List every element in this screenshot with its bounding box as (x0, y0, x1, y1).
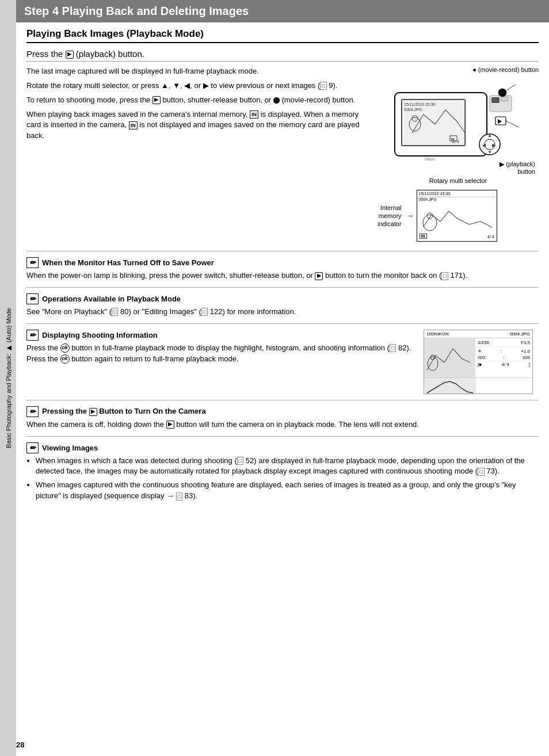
info-iso-colon: : (504, 355, 505, 360)
camera-svg: 15/11/2010 15:30 0004.JPG 4/ 4 IN (378, 75, 527, 170)
info-histogram-area (424, 377, 532, 394)
svg-text:15/11/2010 15:30: 15/11/2010 15:30 (404, 102, 436, 106)
ref-83: □ (176, 492, 182, 501)
svg-text:IN: IN (451, 138, 455, 141)
playback-icon-3: ▶ (315, 272, 323, 280)
im-arrow: → (406, 211, 414, 220)
ref-171: □ (441, 272, 448, 280)
press-right: ● (movie-record) button (378, 66, 539, 184)
shooting-info-left: ✏ Displaying Shooting Information Press … (26, 330, 417, 394)
internal-memory-para: When playing back images saved in the ca… (26, 109, 369, 142)
info-folder: 100NIKON (426, 331, 449, 337)
svg-line-18 (506, 121, 518, 127)
step-title: Step 4 Playing Back and Deleting Images (24, 5, 541, 18)
info-filename: 0004.JPG (509, 331, 530, 337)
svg-text:▶: ▶ (492, 143, 496, 148)
im-in-indicator: IN (420, 234, 427, 239)
ok-icon-1: ok (60, 343, 70, 353)
sidebar-label: Basic Photography and Playback: ▶ (Auto)… (5, 308, 12, 448)
svg-point-27 (427, 213, 433, 219)
note-shooting-text: Press the ok button in full-frame playba… (26, 343, 417, 365)
rotary-label: Rotary multi selector (378, 177, 539, 184)
ok-icon-2: ok (60, 354, 70, 364)
info-top-bar: 100NIKON 0004.JPG (424, 330, 532, 338)
info-iso-value: 100 (523, 355, 530, 360)
press-section: The last image captured will be displaye… (26, 66, 539, 184)
divider-4 (26, 400, 539, 400)
para-2: Rotate the rotary multi selector, or pre… (26, 81, 369, 91)
info-image-preview (424, 338, 475, 377)
note-icon-viewing: ✏ (26, 442, 39, 453)
im-screen-top: 15/11/2010 15:30 (417, 190, 497, 197)
note-monitor-text: When the power-on lamp is blinking, pres… (26, 270, 539, 281)
note-viewing-title: ✏ Viewing Images (26, 442, 539, 453)
main-content: Step 4 Playing Back and Deleting Images … (16, 0, 549, 519)
svg-point-28 (428, 357, 438, 371)
im-spacer (26, 190, 378, 242)
note-monitor-title: ✏ When the Monitor Has Turned Off to Sav… (26, 257, 539, 268)
para-3: To return to shooting mode, press the ▶ … (26, 95, 369, 106)
playback-icon-2: ▶ (152, 96, 161, 104)
note-icon-pressing: ✏ (26, 406, 39, 417)
ref-122: □ (201, 308, 208, 316)
note-shooting-title-text: Displaying Shooting Information (42, 331, 158, 339)
playback-icon-4: ▶ (89, 408, 97, 416)
divider-1 (26, 251, 539, 251)
playback-icon-inline: ▶ (66, 51, 74, 59)
note-monitor-off: ✏ When the Monitor Has Turned Off to Sav… (26, 257, 539, 281)
im-filename: 0004.JPG (417, 197, 497, 201)
note-monitor-title-text: When the Monitor Has Turned Off to Save … (42, 258, 214, 267)
step-header: Step 4 Playing Back and Deleting Images (16, 0, 549, 22)
ref-73: □ (478, 468, 484, 476)
note-operations-text: See "More on Playback" (□ 80) or "Editin… (26, 307, 539, 318)
movie-label: (movie-record) button (478, 66, 539, 73)
section-header: Playing Back Images (Playback Mode) (26, 28, 539, 43)
divider-5 (26, 436, 539, 437)
info-iso-row: ISO : 100 (478, 354, 530, 361)
im-label-text: Internalmemoryindicator (378, 204, 402, 228)
note-pressing-title-text: Pressing the ▶ Button to Turn On the Cam… (42, 407, 206, 416)
svg-text:◀: ◀ (482, 143, 486, 148)
svg-rect-13 (501, 97, 508, 101)
note-shooting-info: ✏ Displaying Shooting Information Press … (26, 330, 539, 394)
note-icon-monitor: ✏ (26, 257, 39, 268)
camera-diagram: 15/11/2010 15:30 0004.JPG 4/ 4 IN (378, 75, 527, 172)
im-landscape-svg (417, 204, 498, 233)
info-iso-label: ISO (478, 355, 486, 360)
ref-52: □ (237, 457, 243, 465)
info-ev-colon: : (501, 349, 502, 354)
viewing-bullet-list: When images in which a face was detected… (26, 456, 539, 502)
info-frame-num: 4/ 4 (501, 362, 509, 367)
im-frame-counter: 4/ 4 (487, 235, 494, 239)
movie-dot: ● (472, 66, 476, 73)
note-viewing-images: ✏ Viewing Images When images in which a … (26, 442, 539, 502)
info-frame-icon: [■ (478, 362, 482, 367)
svg-rect-12 (491, 97, 500, 103)
info-main-row: 1/250 F3.5 ☀ : +1.0 ISO : 10 (424, 338, 532, 377)
shooting-info-right: 100NIKON 0004.JPG (424, 330, 539, 394)
viewing-bullet-2: When images captured with the continuous… (36, 480, 539, 502)
press-left: The last image captured will be displaye… (26, 66, 369, 184)
sidebar: Basic Photography and Playback: ▶ (Auto)… (0, 0, 16, 756)
info-ev-value: +1.0 (521, 349, 530, 354)
svg-line-15 (506, 85, 516, 90)
section-title: Playing Back Images (Playback Mode) (26, 28, 539, 40)
info-aperture: F3.5 (521, 340, 530, 345)
note-operations-title-text: Operations Available in Playback Mode (42, 295, 181, 303)
svg-text:Nikon: Nikon (425, 157, 435, 161)
note-operations-title: ✏ Operations Available in Playback Mode (26, 293, 539, 304)
rotary-label-text: Rotary multi selector (429, 177, 487, 184)
info-display-diagram: 100NIKON 0004.JPG (424, 330, 533, 394)
movie-record-label-area: ● (movie-record) button (378, 66, 539, 73)
m-icon-1: IN (250, 110, 258, 119)
ref-82: □ (390, 344, 396, 352)
info-exposure: 1/250 F3.5 (478, 340, 530, 347)
ref-80: □ (112, 308, 118, 316)
note-viewing-title-text: Viewing Images (42, 444, 98, 452)
info-frame-row: [■ 4/ 4 ] (478, 361, 530, 368)
subsection-label: Press the ▶ (playback) button. (26, 49, 144, 59)
note-pressing-title: ✏ Pressing the ▶ Button to Turn On the C… (26, 406, 539, 417)
viewing-bullet-1: When images in which a face was detected… (36, 456, 539, 478)
playback-label-text: ▶ (playback)button (500, 161, 535, 175)
note-icon-operations: ✏ (26, 293, 39, 304)
